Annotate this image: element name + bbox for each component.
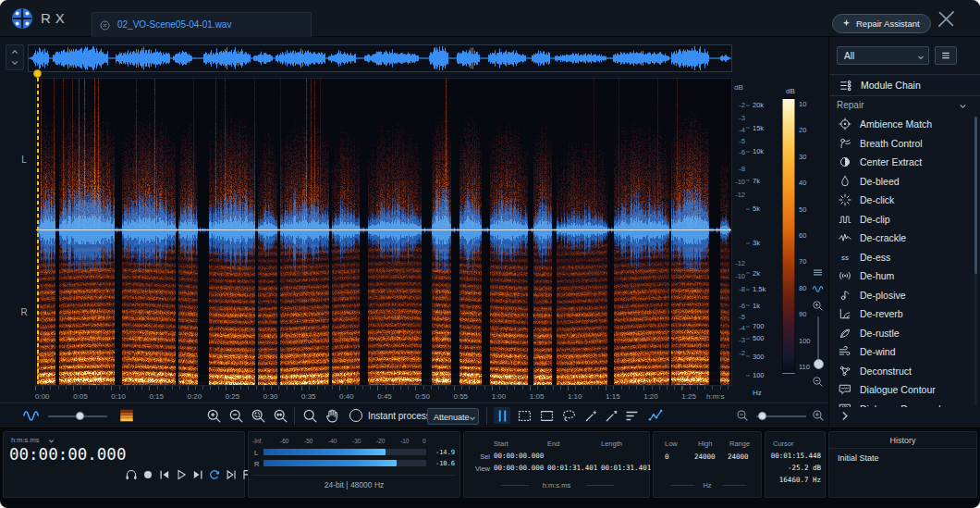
spectrogram-view-icon[interactable] bbox=[118, 407, 135, 424]
horizontal-zoom-knob[interactable] bbox=[758, 412, 766, 420]
spectrogram-canvas[interactable] bbox=[36, 79, 731, 385]
wand-adjust-tool-icon[interactable] bbox=[603, 407, 619, 424]
colorbar-header: dB bbox=[786, 87, 795, 95]
zoom-in-vertical-icon[interactable] bbox=[812, 300, 824, 312]
colorbar-ticks: 102030405060708090100110 bbox=[799, 98, 819, 374]
scale-options-icon[interactable] bbox=[812, 266, 824, 279]
module-item[interactable]: Ambience Match bbox=[829, 115, 974, 134]
module-item[interactable]: Center Extract bbox=[829, 153, 974, 172]
fade-tool-icon[interactable] bbox=[623, 407, 640, 424]
scrollbar-thumb[interactable] bbox=[974, 117, 977, 274]
view-start-value[interactable]: 00:00:00.000 bbox=[494, 464, 544, 472]
zoom-in-icon[interactable] bbox=[205, 407, 222, 424]
vertical-zoom-slider[interactable] bbox=[817, 316, 819, 363]
magic-wand-tool-icon[interactable] bbox=[582, 407, 599, 424]
module-list-scrollbar[interactable] bbox=[974, 117, 977, 405]
col-header-low: Low bbox=[665, 440, 678, 448]
overview-zoom-control[interactable] bbox=[6, 44, 24, 70]
loop-playback-icon[interactable] bbox=[207, 467, 221, 481]
time-ruler[interactable]: h:m:s 0:000:050:100:150:200:250:300:350:… bbox=[35, 386, 730, 403]
chevron-down-icon[interactable] bbox=[10, 58, 19, 67]
ruler-tick: 0:10 bbox=[111, 392, 126, 401]
waveform-view-icon[interactable] bbox=[22, 407, 40, 425]
record-icon[interactable] bbox=[141, 467, 154, 481]
module-label: De-rustle bbox=[860, 328, 900, 339]
view-end-value[interactable]: 00:01:31.401 bbox=[547, 464, 597, 472]
module-item[interactable]: Dialogue De-reverb bbox=[829, 400, 974, 408]
zoom-out-vertical-icon[interactable] bbox=[812, 376, 824, 388]
zoom-out-horizontal-icon[interactable] bbox=[736, 409, 749, 422]
goto-start-icon[interactable] bbox=[157, 467, 171, 481]
breath-control-icon bbox=[838, 136, 851, 150]
waveform-scale-icon[interactable] bbox=[812, 283, 824, 295]
colorbar-tick: 40 bbox=[799, 179, 806, 187]
zoom-selection-icon[interactable] bbox=[250, 407, 266, 424]
module-item[interactable]: Breath Control bbox=[829, 134, 974, 154]
meter-scale-label: -20 bbox=[376, 438, 385, 444]
freq-high-value[interactable]: 24000 bbox=[694, 452, 716, 461]
panel-expand-icon[interactable] bbox=[839, 410, 851, 422]
vertical-zoom-knob[interactable] bbox=[814, 359, 824, 369]
cursor-time-value: 00:01:15.448 bbox=[771, 452, 821, 460]
monitor-headphones-icon[interactable] bbox=[124, 467, 138, 481]
time-format-label[interactable]: h:m:s.ms bbox=[11, 436, 39, 444]
tab-close-icon[interactable] bbox=[100, 20, 110, 31]
hand-tool-icon[interactable] bbox=[324, 407, 340, 424]
zoom-fit-icon[interactable] bbox=[272, 407, 288, 424]
history-item[interactable]: Initial State bbox=[829, 452, 976, 465]
spectrogram-view[interactable] bbox=[35, 78, 732, 386]
module-item[interactable]: De-clip bbox=[829, 210, 974, 229]
module-item[interactable]: De-wind bbox=[829, 342, 974, 362]
module-item[interactable]: De-plosive bbox=[829, 286, 974, 305]
module-item[interactable]: Deconstruct bbox=[829, 362, 974, 381]
module-item[interactable]: De-reverb bbox=[829, 304, 974, 324]
ruler-tick: 0:25 bbox=[226, 392, 240, 401]
module-item[interactable]: De-bleed bbox=[829, 172, 974, 192]
toolbar: Instant process Attenuate bbox=[0, 403, 828, 427]
file-tab[interactable]: 02_VO-Scene05-04-01.wav bbox=[92, 12, 312, 37]
meters-section: -Inf.-60-50-40-30-20-100 L -14.9 R -10.6… bbox=[248, 431, 460, 498]
module-item[interactable]: De-crackle bbox=[829, 229, 974, 248]
overview-waveform[interactable] bbox=[28, 44, 732, 72]
view-row-label: View bbox=[468, 465, 490, 473]
cursor-header: Cursor bbox=[773, 440, 794, 448]
process-mode-dropdown[interactable]: Attenuate bbox=[427, 408, 479, 425]
playhead-handle[interactable] bbox=[33, 69, 42, 78]
freq-range-value[interactable]: 24000 bbox=[728, 452, 749, 461]
sel-start-value[interactable]: 00:00:00.000 bbox=[494, 452, 544, 460]
selection-unit-label[interactable]: h:m:s.ms bbox=[464, 481, 649, 489]
freq-low-value[interactable]: 0 bbox=[665, 452, 669, 461]
playhead-line[interactable] bbox=[37, 78, 39, 384]
module-item[interactable]: De-click bbox=[829, 191, 974, 210]
envelope-tool-icon[interactable] bbox=[647, 407, 664, 424]
panel-menu-button[interactable] bbox=[935, 46, 957, 65]
goto-end-icon[interactable] bbox=[190, 467, 204, 481]
module-item[interactable]: ssDe-ess bbox=[829, 248, 974, 267]
module-chain-item[interactable]: Module Chain bbox=[829, 74, 980, 96]
colorbar-tick: 60 bbox=[799, 231, 806, 240]
ruler-tick: 0:20 bbox=[188, 392, 202, 401]
frequency-selection-tool-icon[interactable] bbox=[538, 407, 555, 424]
zoom-in-horizontal-icon[interactable] bbox=[812, 409, 825, 422]
meter-scale-label: -30 bbox=[352, 438, 361, 444]
repair-assistant-button[interactable]: Repair Assistant bbox=[832, 14, 931, 33]
lasso-tool-icon[interactable] bbox=[560, 407, 577, 424]
play-selection-icon[interactable] bbox=[224, 467, 238, 481]
time-frequency-selection-tool-icon[interactable] bbox=[516, 407, 533, 424]
module-item[interactable]: Dialogue Contour bbox=[829, 380, 974, 400]
tools-icon[interactable] bbox=[936, 8, 957, 30]
module-item[interactable]: De-rustle bbox=[829, 324, 974, 343]
module-label: Center Extract bbox=[860, 156, 922, 167]
magnify-tool-icon[interactable] bbox=[301, 407, 318, 424]
zoom-out-icon[interactable] bbox=[227, 407, 244, 424]
spectrogram-colorbar[interactable] bbox=[782, 98, 795, 374]
time-selection-tool-icon[interactable] bbox=[494, 407, 510, 424]
view-length-value[interactable]: 00:01:31.401 bbox=[601, 464, 651, 472]
chevron-up-icon[interactable] bbox=[10, 48, 19, 56]
module-filter-dropdown[interactable]: All bbox=[837, 46, 929, 65]
repair-section-header[interactable]: Repair bbox=[829, 96, 980, 115]
play-icon[interactable] bbox=[174, 467, 188, 481]
module-item[interactable]: De-hum bbox=[829, 266, 974, 286]
view-blend-knob[interactable] bbox=[76, 412, 84, 420]
instant-process-toggle[interactable] bbox=[349, 409, 362, 422]
